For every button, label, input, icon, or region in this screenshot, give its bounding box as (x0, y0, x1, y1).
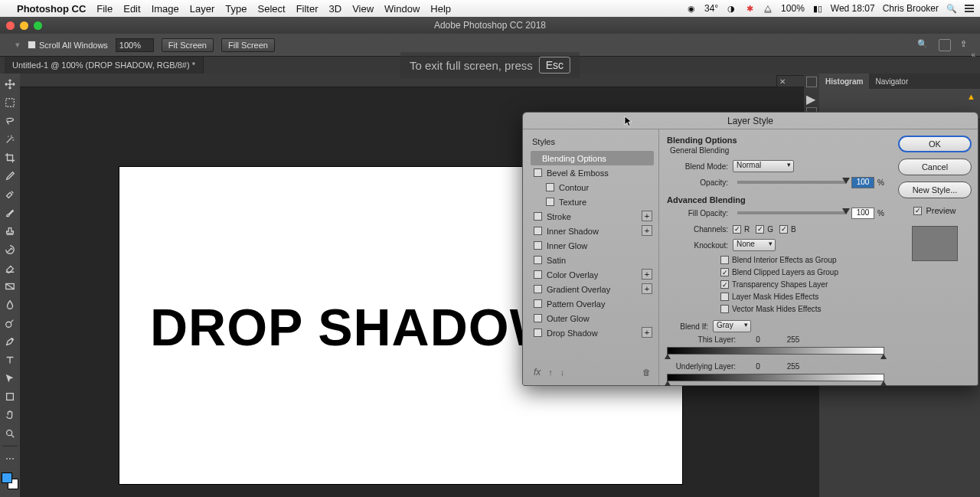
window-titlebar[interactable]: Adobe Photoshop CC 2018 (0, 17, 980, 34)
dodge-tool[interactable] (2, 316, 18, 331)
style-color-overlay[interactable]: Color Overlay+ (531, 267, 654, 282)
style-bevel[interactable]: Bevel & Emboss (531, 165, 654, 180)
frame-icon[interactable] (939, 39, 951, 51)
dialog-title[interactable]: Layer Style (523, 113, 978, 129)
preview-checkbox[interactable] (913, 207, 922, 215)
dock-icon-1[interactable] (806, 77, 817, 87)
scroll-all-checkbox[interactable] (28, 41, 36, 49)
fg-color-swatch[interactable] (2, 472, 12, 483)
add-inner-shadow-icon[interactable]: + (642, 225, 652, 236)
path-tool[interactable] (2, 371, 18, 386)
fx-icon[interactable]: fx (534, 367, 541, 378)
blur-tool[interactable] (2, 297, 18, 312)
style-blending-options[interactable]: Blending Options (531, 151, 654, 165)
fill-opacity-field[interactable]: 100 (851, 208, 874, 219)
menu-help[interactable]: Help (430, 3, 451, 15)
collapse-panels-icon[interactable]: « (971, 51, 975, 59)
adv3-checkbox[interactable] (720, 280, 729, 289)
menu-edit[interactable]: Edit (123, 3, 140, 15)
opacity-slider[interactable] (737, 181, 847, 184)
menu-file[interactable]: File (96, 3, 113, 15)
menu-window[interactable]: Window (384, 3, 420, 15)
channel-g-checkbox[interactable] (756, 225, 764, 234)
layer-style-dialog[interactable]: Layer Style Styles Blending Options Beve… (522, 112, 978, 386)
wand-tool[interactable] (2, 132, 18, 147)
style-stroke[interactable]: Stroke+ (531, 209, 654, 224)
menu-image[interactable]: Image (152, 3, 179, 15)
eraser-tool[interactable] (2, 260, 18, 276)
menu-3d[interactable]: 3D (329, 3, 342, 15)
add-stroke-icon[interactable]: + (642, 211, 652, 221)
share-icon[interactable]: ⇪ (960, 39, 972, 51)
temp-indicator[interactable]: 34° (704, 3, 718, 14)
blend-mode-select[interactable]: Normal (733, 160, 794, 172)
blendif-select[interactable]: Gray (713, 320, 751, 332)
marquee-tool[interactable] (2, 95, 18, 110)
trash-icon[interactable]: 🗑 (642, 368, 651, 377)
this-layer-gradient[interactable] (667, 347, 884, 355)
type-tool[interactable] (2, 352, 18, 368)
style-inner-shadow[interactable]: Inner Shadow+ (531, 224, 654, 238)
dock-icon-2[interactable]: ▶ (806, 92, 817, 103)
spotlight-icon[interactable]: 🔍 (946, 3, 957, 14)
style-drop-shadow[interactable]: Drop Shadow+ (531, 325, 654, 340)
cloud-icon[interactable]: ◑ (726, 3, 737, 14)
style-satin[interactable]: Satin (531, 253, 654, 267)
record-icon[interactable]: ◉ (686, 3, 697, 14)
history-tool[interactable] (2, 242, 18, 257)
styles-head[interactable]: Styles (531, 134, 654, 151)
battery-icon[interactable]: ▮▯ (812, 3, 823, 14)
menu-filter[interactable]: Filter (296, 3, 318, 15)
pen-tool[interactable] (2, 334, 18, 349)
adv2-checkbox[interactable] (720, 268, 729, 276)
tab-histogram[interactable]: Histogram (819, 74, 869, 89)
add-gradient-overlay-icon[interactable]: + (642, 283, 652, 294)
cancel-button[interactable]: Cancel (898, 159, 972, 175)
adv1-checkbox[interactable] (720, 256, 729, 264)
adv5-checkbox[interactable] (720, 305, 729, 313)
tab-navigator[interactable]: Navigator (869, 74, 914, 89)
menu-view[interactable]: View (352, 3, 374, 15)
opacity-field[interactable]: 100 (851, 177, 874, 188)
zoom-tool[interactable] (2, 426, 18, 441)
wifi-icon[interactable]: ⧋ (763, 3, 773, 14)
menu-select[interactable]: Select (257, 3, 285, 15)
gradient-tool[interactable] (2, 279, 18, 294)
style-contour[interactable]: Contour (531, 180, 654, 195)
new-style-button[interactable]: New Style... (898, 181, 972, 198)
notification-icon[interactable] (965, 5, 974, 12)
knockout-select[interactable]: None (733, 239, 776, 251)
under-layer-gradient[interactable] (667, 374, 884, 381)
adv4-checkbox[interactable] (720, 293, 729, 301)
add-color-overlay-icon[interactable]: + (642, 269, 652, 280)
move-up-icon[interactable]: ↑ (548, 368, 553, 377)
menu-type[interactable]: Type (225, 3, 247, 15)
channel-r-checkbox[interactable] (733, 225, 741, 234)
zoom-input[interactable] (116, 38, 154, 52)
menubar-app[interactable]: Photoshop CC (17, 3, 86, 15)
brush-tool[interactable] (2, 205, 18, 221)
add-drop-shadow-icon[interactable]: + (642, 327, 652, 338)
eyedropper-tool[interactable] (2, 168, 18, 184)
shape-tool[interactable] (2, 389, 18, 404)
style-outer-glow[interactable]: Outer Glow (531, 311, 654, 325)
channel-b-checkbox[interactable] (779, 225, 788, 234)
stamp-tool[interactable] (2, 224, 18, 239)
clock[interactable]: Wed 18:07 (831, 3, 875, 14)
ok-button[interactable]: OK (898, 136, 972, 152)
warning-icon[interactable]: ▲ (967, 92, 975, 101)
battery-pct[interactable]: 100% (781, 3, 805, 14)
user-name[interactable]: Chris Brooker (883, 3, 939, 14)
edit-toolbar-icon[interactable]: ⋯ (2, 451, 18, 466)
color-swatches[interactable] (2, 472, 18, 489)
fit-screen-button[interactable]: Fit Screen (162, 38, 214, 52)
crop-tool[interactable] (2, 150, 18, 165)
hand-tool[interactable] (2, 407, 18, 423)
menu-layer[interactable]: Layer (190, 3, 215, 15)
lasso-tool[interactable] (2, 113, 18, 129)
document-tab[interactable]: Untitled-1 @ 100% (DROP SHADOW, RGB/8#) … (5, 57, 204, 74)
fill-screen-button[interactable]: Fill Screen (221, 38, 275, 52)
fill-opacity-slider[interactable] (737, 211, 847, 214)
style-texture[interactable]: Texture (531, 195, 654, 209)
util-icon[interactable]: ✱ (744, 3, 755, 14)
